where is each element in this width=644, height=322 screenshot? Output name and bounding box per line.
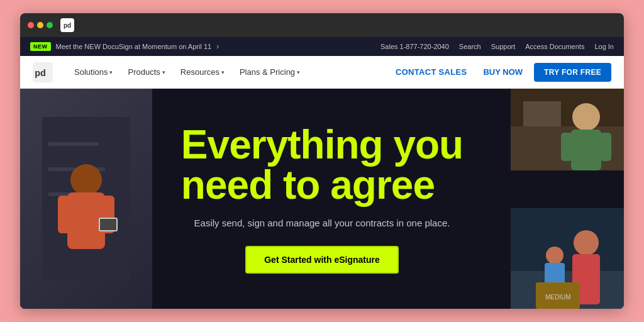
svg-point-15 <box>572 103 600 131</box>
announcement-left: NEW Meet the NEW DocuSign at Momentum on… <box>30 42 219 51</box>
svg-text:pd: pd <box>35 68 46 78</box>
login-link[interactable]: Log In <box>594 43 614 50</box>
docusign-logo-icon: pd <box>33 62 53 82</box>
person-right-top-icon <box>511 89 624 170</box>
hero-headline: Everything you need to agree <box>181 125 463 205</box>
minimize-dot[interactable] <box>37 22 43 28</box>
hero-subtext: Easily send, sign and manage all your co… <box>181 218 463 228</box>
maximize-dot[interactable] <box>47 22 53 28</box>
browser-window: pd NEW Meet the NEW DocuSign at Momentum… <box>20 13 624 309</box>
svg-rect-11 <box>100 219 116 230</box>
solutions-label: Solutions <box>74 67 108 77</box>
svg-point-21 <box>574 230 599 255</box>
try-free-button[interactable]: TRY FOR FREE <box>534 63 611 82</box>
announcement-arrow[interactable]: › <box>216 42 219 51</box>
search-link[interactable]: Search <box>459 43 481 50</box>
svg-rect-18 <box>600 133 611 161</box>
hero-headline-line2: need to agree <box>181 162 435 208</box>
contact-sales-button[interactable]: CONTACT SALES <box>391 64 472 80</box>
browser-logo: pd <box>60 18 74 32</box>
main-nav: pd Solutions ▾ Products ▾ Resources ▾ Pl… <box>20 56 624 89</box>
hero-image-left <box>20 89 152 309</box>
hero-cta-button[interactable]: Get Started with eSignature <box>245 246 399 274</box>
products-label: Products <box>128 67 160 77</box>
products-chevron-icon: ▾ <box>162 69 165 75</box>
new-badge: NEW <box>30 42 51 51</box>
nav-resources[interactable]: Resources ▾ <box>174 64 231 80</box>
hero-headline-line1: Everything you <box>181 122 463 167</box>
person-left-icon <box>42 117 130 280</box>
svg-rect-16 <box>571 130 601 170</box>
svg-rect-3 <box>48 142 99 146</box>
sales-phone-link[interactable]: Sales 1-877-720-2040 <box>380 43 449 50</box>
hero-image-right-bottom: MEDIUM <box>511 208 624 309</box>
svg-rect-14 <box>523 101 561 126</box>
hero-image-right-top <box>511 89 624 170</box>
announcement-bar: NEW Meet the NEW DocuSign at Momentum on… <box>20 37 624 56</box>
svg-rect-8 <box>58 196 70 233</box>
logo-text: pd <box>64 22 71 29</box>
plans-chevron-icon: ▾ <box>297 69 300 75</box>
svg-point-6 <box>70 164 102 196</box>
solutions-chevron-icon: ▾ <box>109 69 113 75</box>
support-link[interactable]: Support <box>491 43 516 50</box>
browser-chrome: pd <box>20 13 624 37</box>
nav-logo: pd <box>33 62 53 82</box>
buy-now-button[interactable]: BUY NOW <box>478 64 528 80</box>
nav-plans-pricing[interactable]: Plans & Pricing ▾ <box>233 64 306 80</box>
hero-image-left-inner <box>20 89 152 309</box>
nav-products[interactable]: Products ▾ <box>121 64 171 80</box>
announcement-text: Meet the NEW DocuSign at Momentum on Apr… <box>56 43 212 50</box>
svg-rect-17 <box>561 133 572 161</box>
svg-point-23 <box>546 247 564 264</box>
nav-actions: CONTACT SALES BUY NOW TRY FOR FREE <box>391 63 611 82</box>
hero-content: Everything you need to agree Easily send… <box>169 125 475 274</box>
browser-dots <box>28 22 53 28</box>
access-documents-link[interactable]: Access Documents <box>525 43 584 50</box>
nav-links: Solutions ▾ Products ▾ Resources ▾ Plans… <box>68 64 391 80</box>
announcement-right: Sales 1-877-720-2040 Search Support Acce… <box>380 43 614 50</box>
close-dot[interactable] <box>28 22 34 28</box>
person-right-bottom-icon: MEDIUM <box>511 208 624 309</box>
hero-section: MEDIUM Everything you need to agree Easi… <box>20 89 624 309</box>
resources-label: Resources <box>180 67 219 77</box>
nav-solutions[interactable]: Solutions ▾ <box>68 64 119 80</box>
svg-text:MEDIUM: MEDIUM <box>545 294 571 301</box>
resources-chevron-icon: ▾ <box>221 69 225 75</box>
plans-pricing-label: Plans & Pricing <box>240 67 295 77</box>
